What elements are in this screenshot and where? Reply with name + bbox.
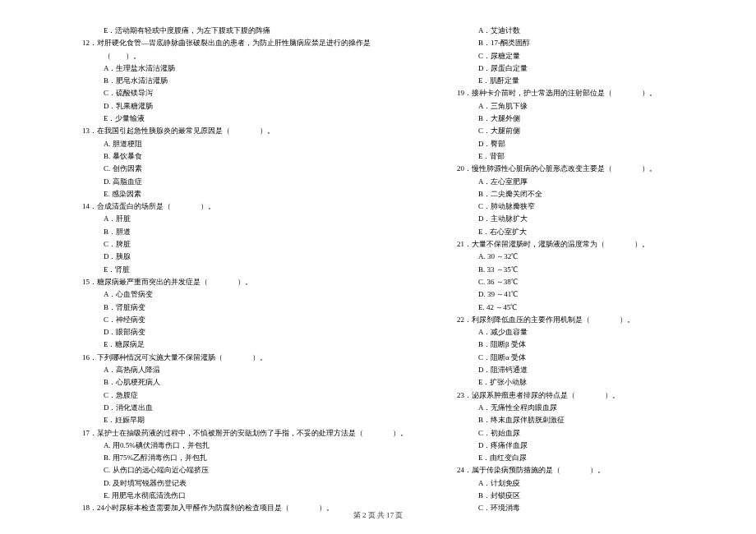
text-line: B．胆道 [82,226,408,238]
text-line: 13．在我国引起急性胰腺炎的最常见原因是（ ）。 [82,125,408,137]
text-line: A．高热病人降温 [82,364,408,376]
text-line: D．乳果糖灌肠 [82,100,408,113]
text-line: D．疼痛伴血尿 [457,440,698,452]
text-line: C．神经病变 [82,314,408,326]
text-line: A. 30 ～32℃ [457,251,698,263]
text-line: E．妊娠早期 [82,414,408,426]
text-line: 17．某护士在抽吸药液的过程中，不慎被掰开的安瓿划伤了手指，不妥的处理方法是（ … [82,427,408,440]
text-line: 12．对肝硬化食管—胃底静脉曲张破裂出血的患者，为防止肝性脑病应禁足进行的操作是 [82,37,408,49]
text-line: E．背部 [457,150,698,163]
text-line: A. 胆道梗阻 [82,138,408,150]
text-line: E．右心室扩大 [457,226,698,238]
text-line: B．二尖瓣关闭不全 [457,188,698,200]
text-line: E．肾脏 [82,264,408,276]
text-line: C. 创伤因素 [82,163,408,175]
text-line: A．艾迪计数 [457,25,698,37]
text-line: 21．大量不保留灌肠时，灌肠液的温度常为（ ）。 [457,238,698,251]
text-line: C．脾脏 [82,238,408,251]
text-line: B．肾脏病变 [82,302,408,314]
text-line: B. 用75%乙醇消毒伤口，并包扎 [82,452,408,464]
text-line: C．尿糖定量 [457,50,698,62]
text-line: 22．利尿剂降低血压的主要作用机制是（ ）。 [457,314,698,326]
text-line: E. 用肥皂水彻底清洗伤口 [82,490,408,502]
text-line: A. 用0.5%碘伏消毒伤口，并包扎 [82,440,408,452]
text-line: A．无痛性全程肉眼血尿 [457,402,698,414]
text-line: 23．泌尿系肿瘤患者排尿的特点是（ ）。 [457,389,698,402]
text-line: B．大腿外侧 [457,113,698,125]
text-line: D．胰腺 [82,251,408,263]
text-line: D. 39 ～41℃ [457,288,698,301]
text-line: D．尿蛋白定量 [457,62,698,75]
text-line: D．主动脉扩大 [457,213,698,225]
text-line: D. 及时填写锐器伤登记表 [82,477,408,490]
text-line: E．由红变白尿 [457,452,698,464]
text-line: A．三角肌下缘 [457,100,698,113]
text-line: B．17-酮类固醇 [457,37,698,49]
text-line: C．大腿前侧 [457,125,698,137]
text-line: 15．糖尿病最严重而突出的并发症是（ ）。 [82,276,408,288]
text-line: D．臀部 [457,138,698,150]
text-line: C. 从伤口的远心端向近心端挤压 [82,464,408,476]
text-line: C. 36 ～38℃ [457,276,698,288]
text-line: E．少量输液 [82,113,408,125]
text-line: A．心血管病变 [82,288,408,301]
text-line: 24．属于传染病预防措施的是（ ）。 [457,464,698,476]
text-line: B. 暴饮暴食 [82,150,408,163]
text-line: B．封锁疫区 [457,490,698,502]
text-line: D．阻滞钙通道 [457,364,698,376]
text-line: A．计划免疫 [457,477,698,490]
text-line: C．急腹症 [82,389,408,402]
text-line: B．终末血尿伴膀胱刺激征 [457,414,698,426]
text-line: D. 高脂血症 [82,176,408,188]
text-line: E．糖尿病足 [82,338,408,351]
text-line: （ ）。 [82,50,408,62]
text-line: A．生理盐水清洁灌肠 [82,62,408,75]
text-line: A．减少血容量 [457,326,698,338]
text-line: 19．接种卡介苗时，护士常选用的注射部位是（ ）。 [457,87,698,99]
text-line: 20．慢性肺源性心脏病的心脏形态改变主要是（ ）。 [457,163,698,175]
text-line: E．活动期有轻或中度腹痛，为左下腹或下腹的阵痛 [82,25,408,37]
text-line: D．消化道出血 [82,402,408,414]
text-line: C．肺动脉瓣狭窄 [457,200,698,213]
text-line: C．初始血尿 [457,427,698,440]
text-line: A．左心室肥厚 [457,176,698,188]
text-line: B．心肌梗死病人 [82,376,408,389]
text-line: E．肌酐定量 [457,75,698,87]
text-line: A．肝脏 [82,213,408,225]
text-line: B．肥皂水清洁灌肠 [82,75,408,87]
text-line: E. 感染因素 [82,188,408,200]
text-line: C．阻断α 受体 [457,352,698,364]
page-footer: 第 2 页 共 17 页 [0,510,756,521]
text-line: C．硫酸镁导泻 [82,87,408,99]
text-line: B. 33 ～35℃ [457,264,698,276]
text-line: E. 42 ～45℃ [457,302,698,314]
text-line: E．扩张小动脉 [457,376,698,389]
text-line: 14．合成清蛋白的场所是（ ）。 [82,200,408,213]
text-line: D．眼部病变 [82,326,408,338]
text-line: B．阻断β 受体 [457,338,698,351]
text-line: 16．下列哪种情况可实施大量不保留灌肠（ ）。 [82,352,408,364]
